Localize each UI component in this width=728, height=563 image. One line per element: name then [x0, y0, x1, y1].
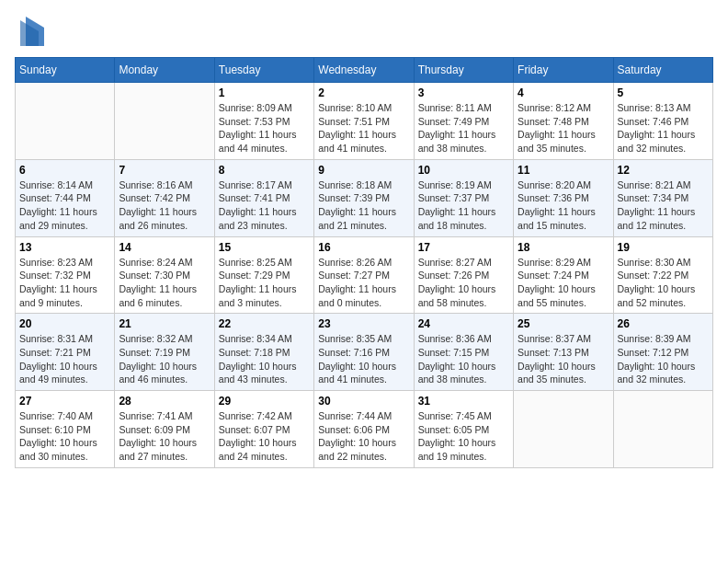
- day-detail: Sunrise: 8:29 AM Sunset: 7:24 PM Dayligh…: [518, 256, 609, 310]
- day-detail: Sunrise: 8:09 AM Sunset: 7:53 PM Dayligh…: [219, 101, 310, 155]
- day-number: 18: [518, 241, 609, 254]
- calendar-cell: 10Sunrise: 8:19 AM Sunset: 7:37 PM Dayli…: [414, 159, 513, 236]
- calendar-cell: 5Sunrise: 8:13 AM Sunset: 7:46 PM Daylig…: [613, 83, 712, 160]
- day-number: 7: [119, 164, 210, 177]
- day-number: 25: [518, 317, 609, 330]
- calendar-cell: 30Sunrise: 7:44 AM Sunset: 6:06 PM Dayli…: [314, 391, 414, 468]
- calendar-week-row: 6Sunrise: 8:14 AM Sunset: 7:44 PM Daylig…: [16, 159, 713, 236]
- day-detail: Sunrise: 8:13 AM Sunset: 7:46 PM Dayligh…: [618, 101, 709, 155]
- calendar-cell: 17Sunrise: 8:27 AM Sunset: 7:26 PM Dayli…: [414, 236, 513, 314]
- calendar-cell: 27Sunrise: 7:40 AM Sunset: 6:10 PM Dayli…: [16, 391, 115, 468]
- day-number: 9: [318, 164, 409, 177]
- logo: [15, 15, 46, 48]
- calendar-cell: 31Sunrise: 7:45 AM Sunset: 6:05 PM Dayli…: [414, 391, 513, 468]
- page-header: [15, 15, 713, 48]
- calendar-cell: 28Sunrise: 7:41 AM Sunset: 6:09 PM Dayli…: [115, 391, 214, 468]
- calendar-cell: 21Sunrise: 8:32 AM Sunset: 7:19 PM Dayli…: [115, 314, 214, 391]
- day-number: 19: [618, 241, 709, 254]
- day-detail: Sunrise: 8:11 AM Sunset: 7:49 PM Dayligh…: [418, 101, 509, 155]
- calendar-cell: [115, 83, 214, 160]
- weekday-header: Wednesday: [314, 58, 414, 83]
- day-number: 14: [119, 241, 210, 254]
- day-number: 27: [19, 395, 110, 408]
- calendar-cell: 14Sunrise: 8:24 AM Sunset: 7:30 PM Dayli…: [115, 236, 214, 314]
- day-detail: Sunrise: 8:26 AM Sunset: 7:27 PM Dayligh…: [318, 256, 409, 310]
- calendar-cell: 12Sunrise: 8:21 AM Sunset: 7:34 PM Dayli…: [613, 159, 712, 236]
- calendar-cell: 24Sunrise: 8:36 AM Sunset: 7:15 PM Dayli…: [414, 314, 513, 391]
- calendar-cell: 2Sunrise: 8:10 AM Sunset: 7:51 PM Daylig…: [314, 83, 414, 160]
- day-detail: Sunrise: 8:14 AM Sunset: 7:44 PM Dayligh…: [19, 178, 110, 233]
- day-number: 26: [618, 317, 709, 330]
- logo-icon: [18, 15, 46, 48]
- day-detail: Sunrise: 8:25 AM Sunset: 7:29 PM Dayligh…: [219, 256, 310, 310]
- day-number: 2: [318, 86, 409, 99]
- day-detail: Sunrise: 8:23 AM Sunset: 7:32 PM Dayligh…: [19, 256, 110, 310]
- weekday-header: Sunday: [16, 58, 115, 83]
- day-number: 17: [418, 241, 509, 254]
- calendar-cell: 7Sunrise: 8:16 AM Sunset: 7:42 PM Daylig…: [115, 159, 214, 236]
- day-detail: Sunrise: 8:32 AM Sunset: 7:19 PM Dayligh…: [119, 332, 210, 386]
- calendar-week-row: 13Sunrise: 8:23 AM Sunset: 7:32 PM Dayli…: [16, 236, 713, 314]
- day-number: 22: [219, 317, 310, 330]
- weekday-header: Saturday: [613, 58, 712, 83]
- calendar-cell: 6Sunrise: 8:14 AM Sunset: 7:44 PM Daylig…: [16, 159, 115, 236]
- weekday-header: Thursday: [414, 58, 513, 83]
- day-detail: Sunrise: 8:24 AM Sunset: 7:30 PM Dayligh…: [119, 256, 210, 310]
- day-number: 1: [219, 86, 310, 99]
- day-detail: Sunrise: 8:12 AM Sunset: 7:48 PM Dayligh…: [518, 101, 609, 155]
- day-detail: Sunrise: 8:39 AM Sunset: 7:12 PM Dayligh…: [618, 332, 709, 386]
- day-number: 30: [318, 395, 409, 408]
- calendar-cell: 26Sunrise: 8:39 AM Sunset: 7:12 PM Dayli…: [613, 314, 712, 391]
- calendar-table: SundayMondayTuesdayWednesdayThursdayFrid…: [15, 57, 713, 468]
- day-detail: Sunrise: 8:36 AM Sunset: 7:15 PM Dayligh…: [418, 332, 509, 386]
- calendar-cell: 9Sunrise: 8:18 AM Sunset: 7:39 PM Daylig…: [314, 159, 414, 236]
- calendar-cell: 15Sunrise: 8:25 AM Sunset: 7:29 PM Dayli…: [214, 236, 313, 314]
- day-number: 5: [618, 86, 709, 99]
- day-detail: Sunrise: 7:41 AM Sunset: 6:09 PM Dayligh…: [119, 409, 210, 464]
- day-detail: Sunrise: 8:18 AM Sunset: 7:39 PM Dayligh…: [318, 178, 409, 233]
- day-detail: Sunrise: 8:34 AM Sunset: 7:18 PM Dayligh…: [219, 332, 310, 386]
- day-detail: Sunrise: 8:17 AM Sunset: 7:41 PM Dayligh…: [219, 178, 310, 233]
- day-detail: Sunrise: 7:45 AM Sunset: 6:05 PM Dayligh…: [418, 409, 509, 464]
- day-detail: Sunrise: 8:10 AM Sunset: 7:51 PM Dayligh…: [318, 101, 409, 155]
- day-detail: Sunrise: 8:37 AM Sunset: 7:13 PM Dayligh…: [518, 332, 609, 386]
- calendar-week-row: 1Sunrise: 8:09 AM Sunset: 7:53 PM Daylig…: [16, 83, 713, 160]
- calendar-cell: 3Sunrise: 8:11 AM Sunset: 7:49 PM Daylig…: [414, 83, 513, 160]
- weekday-header: Monday: [115, 58, 214, 83]
- day-number: 29: [219, 395, 310, 408]
- weekday-header: Tuesday: [214, 58, 313, 83]
- calendar-cell: 11Sunrise: 8:20 AM Sunset: 7:36 PM Dayli…: [514, 159, 613, 236]
- calendar-cell: [16, 83, 115, 160]
- day-detail: Sunrise: 8:27 AM Sunset: 7:26 PM Dayligh…: [418, 256, 509, 310]
- day-detail: Sunrise: 7:40 AM Sunset: 6:10 PM Dayligh…: [19, 409, 110, 464]
- calendar-week-row: 27Sunrise: 7:40 AM Sunset: 6:10 PM Dayli…: [16, 391, 713, 468]
- calendar-cell: 16Sunrise: 8:26 AM Sunset: 7:27 PM Dayli…: [314, 236, 414, 314]
- day-number: 21: [119, 317, 210, 330]
- day-number: 23: [318, 317, 409, 330]
- day-number: 28: [119, 395, 210, 408]
- day-number: 15: [219, 241, 310, 254]
- day-number: 3: [418, 86, 509, 99]
- calendar-header-row: SundayMondayTuesdayWednesdayThursdayFrid…: [16, 58, 713, 83]
- day-detail: Sunrise: 8:16 AM Sunset: 7:42 PM Dayligh…: [119, 178, 210, 233]
- day-number: 6: [19, 164, 110, 177]
- calendar-week-row: 20Sunrise: 8:31 AM Sunset: 7:21 PM Dayli…: [16, 314, 713, 391]
- calendar-cell: 13Sunrise: 8:23 AM Sunset: 7:32 PM Dayli…: [16, 236, 115, 314]
- day-number: 13: [19, 241, 110, 254]
- day-number: 12: [618, 164, 709, 177]
- calendar-cell: 23Sunrise: 8:35 AM Sunset: 7:16 PM Dayli…: [314, 314, 414, 391]
- day-detail: Sunrise: 8:20 AM Sunset: 7:36 PM Dayligh…: [518, 178, 609, 233]
- day-detail: Sunrise: 7:44 AM Sunset: 6:06 PM Dayligh…: [318, 409, 409, 464]
- day-detail: Sunrise: 8:31 AM Sunset: 7:21 PM Dayligh…: [19, 332, 110, 386]
- calendar-cell: 4Sunrise: 8:12 AM Sunset: 7:48 PM Daylig…: [514, 83, 613, 160]
- day-number: 31: [418, 395, 509, 408]
- day-detail: Sunrise: 8:19 AM Sunset: 7:37 PM Dayligh…: [418, 178, 509, 233]
- day-number: 8: [219, 164, 310, 177]
- day-number: 20: [19, 317, 110, 330]
- day-number: 4: [518, 86, 609, 99]
- day-number: 10: [418, 164, 509, 177]
- calendar-cell: 20Sunrise: 8:31 AM Sunset: 7:21 PM Dayli…: [16, 314, 115, 391]
- calendar-cell: 29Sunrise: 7:42 AM Sunset: 6:07 PM Dayli…: [214, 391, 313, 468]
- calendar-cell: 25Sunrise: 8:37 AM Sunset: 7:13 PM Dayli…: [514, 314, 613, 391]
- calendar-cell: 1Sunrise: 8:09 AM Sunset: 7:53 PM Daylig…: [214, 83, 313, 160]
